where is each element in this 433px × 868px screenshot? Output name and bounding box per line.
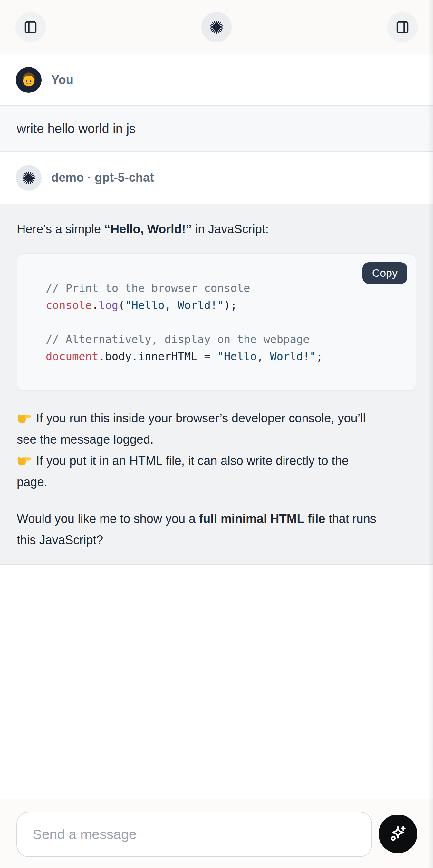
assistant-avatar: [16, 165, 41, 191]
pointing-right-emoji-icon: [17, 453, 32, 467]
assistant-closing-paragraph: Would you like me to show you a full min…: [17, 508, 416, 551]
chat-empty-space: [0, 565, 433, 799]
note-text: If you put it in an HTML file, it can al…: [17, 454, 349, 489]
right-panel-toggle-button[interactable]: [387, 12, 417, 42]
assistant-sender-row: demo · gpt-5-chat: [0, 152, 433, 204]
code-line: // Print to the browser console: [46, 280, 403, 297]
copy-button[interactable]: Copy: [363, 262, 407, 284]
note-text: If you run this inside your browser’s de…: [17, 411, 366, 446]
assistant-intro-paragraph: Here’s a simple “Hello, World!” in JavaS…: [17, 218, 416, 240]
intro-bold-text: “Hello, World!”: [104, 222, 192, 236]
assistant-message-band: Here’s a simple “Hello, World!” in JavaS…: [0, 204, 433, 565]
user-sender-label: You: [51, 73, 73, 87]
user-message-text: write hello world in js: [17, 121, 136, 136]
code-line: console.log("Hello, World!");: [46, 297, 403, 314]
user-message-band: write hello world in js: [0, 105, 433, 152]
sidebar-toggle-button[interactable]: [16, 12, 46, 42]
starburst-icon: [209, 19, 224, 35]
assistant-note-1: If you run this inside your browser’s de…: [17, 408, 416, 450]
person-emoji-icon: [20, 71, 38, 89]
code-line: // Alternatively, display on the webpage: [46, 331, 403, 348]
code-line: [46, 314, 403, 331]
intro-text-end: in JavaScript:: [192, 222, 269, 236]
model-button[interactable]: [202, 12, 231, 42]
top-bar: [0, 0, 433, 55]
send-button[interactable]: [378, 814, 417, 853]
sparkles-icon: [388, 824, 407, 843]
user-sender-row: You: [0, 55, 433, 105]
code-line: document.body.innerHTML = "Hello, World!…: [46, 348, 403, 365]
composer-bar: [0, 799, 433, 868]
starburst-icon: [21, 170, 36, 185]
closing-bold-text: full minimal HTML file: [199, 512, 325, 526]
code-block: Copy // Print to the browser consolecons…: [17, 253, 416, 391]
intro-text: Here’s a simple: [17, 222, 104, 236]
pointing-right-emoji-icon: [17, 410, 32, 425]
panel-right-icon: [395, 20, 410, 34]
code-lines: // Print to the browser consoleconsole.l…: [46, 280, 403, 365]
panel-left-icon: [23, 20, 38, 34]
assistant-sender-label: demo · gpt-5-chat: [51, 171, 154, 185]
user-avatar: [16, 67, 41, 93]
assistant-note-2: If you put it in an HTML file, it can al…: [17, 450, 416, 493]
chat-scroll-area: You write hello world in js demo · gpt-5…: [0, 55, 433, 799]
message-input[interactable]: [17, 812, 372, 857]
closing-text: Would you like me to show you a: [17, 512, 199, 526]
